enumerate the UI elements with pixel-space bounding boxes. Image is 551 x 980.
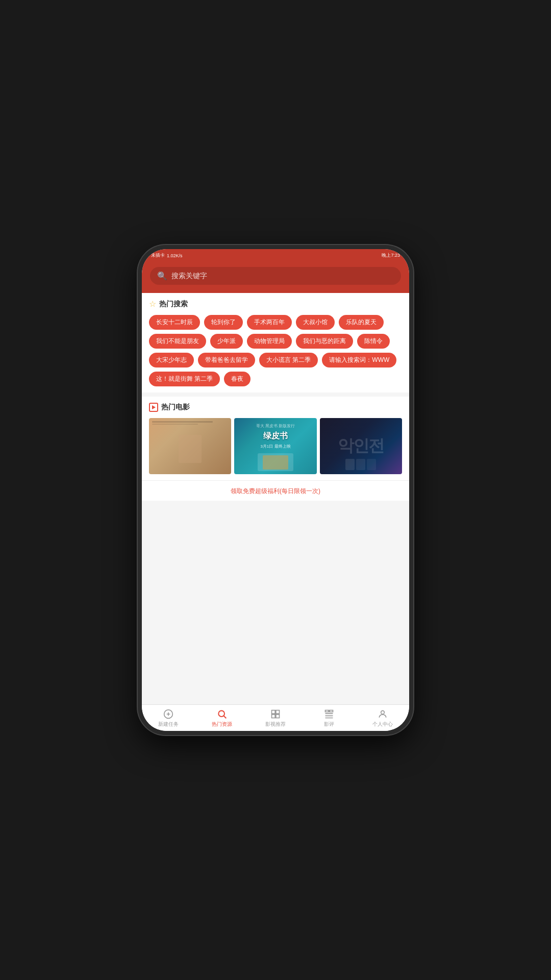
phone-screen: 未插卡 1.02K/s 晚上7:23 🔍 搜索关键字 ☆ 热门搜索 bbox=[142, 249, 409, 731]
nav-item-hot-resources[interactable]: 热门资源 bbox=[195, 705, 249, 731]
play-triangle bbox=[152, 405, 156, 409]
main-content: ☆ 热门搜索 长安十二时辰轮到你了手术两百年大叔小馆乐队的夏天我们不能是朋友少年… bbox=[142, 293, 409, 704]
nav-icon-new-task bbox=[163, 709, 173, 719]
promo-text: 领取免费超级福利(每日限领一次) bbox=[231, 487, 320, 495]
hot-search-tag-2[interactable]: 手术两百年 bbox=[247, 315, 292, 330]
nav-item-movie-recommend[interactable]: 影视推荐 bbox=[249, 705, 303, 731]
svg-rect-9 bbox=[325, 710, 329, 712]
star-icon: ☆ bbox=[149, 299, 156, 309]
nav-label-hot-resources: 热门资源 bbox=[212, 721, 232, 728]
hot-search-tag-1[interactable]: 轮到你了 bbox=[204, 315, 243, 330]
nav-item-profile[interactable]: 个人中心 bbox=[356, 705, 409, 731]
nav-item-new-task[interactable]: 新建任务 bbox=[142, 705, 195, 731]
hot-movies-section: 热门电影 哥大 黑皮书 新版发行 bbox=[142, 397, 409, 480]
movie-1-overlay bbox=[149, 418, 231, 474]
svg-point-3 bbox=[219, 710, 225, 717]
status-left: 未插卡 1.02K/s bbox=[151, 252, 183, 259]
hot-search-tag-0[interactable]: 长安十二时辰 bbox=[149, 315, 200, 330]
movie-card-1[interactable] bbox=[149, 418, 231, 474]
nav-label-movie-review: 影评 bbox=[324, 721, 334, 728]
nav-label-profile: 个人中心 bbox=[372, 721, 393, 728]
svg-rect-8 bbox=[276, 715, 280, 718]
svg-rect-5 bbox=[271, 710, 275, 714]
movie-card-3[interactable]: 악인전 bbox=[320, 418, 402, 474]
svg-rect-7 bbox=[271, 715, 275, 718]
hot-search-tag-9[interactable]: 陈情令 bbox=[357, 334, 390, 349]
hot-search-tag-11[interactable]: 带着爸爸去留学 bbox=[198, 353, 255, 368]
phone-frame: 未插卡 1.02K/s 晚上7:23 🔍 搜索关键字 ☆ 热门搜索 bbox=[138, 245, 413, 735]
status-time: 晚上7:23 bbox=[382, 252, 400, 259]
status-speed: 1.02K/s bbox=[167, 253, 183, 258]
svg-line-4 bbox=[224, 716, 227, 719]
nav-label-new-task: 新建任务 bbox=[158, 721, 179, 728]
nav-icon-hot-resources bbox=[217, 709, 227, 719]
hot-search-tag-10[interactable]: 大宋少年志 bbox=[149, 353, 194, 368]
movie-2-overlay: 哥大 黑皮书 新版发行 绿皮书 3月1日 最终上映 bbox=[234, 418, 316, 474]
hot-search-tag-15[interactable]: 春夜 bbox=[224, 372, 251, 386]
hot-search-tag-7[interactable]: 动物管理局 bbox=[247, 334, 292, 349]
movie-2-title: 绿皮书 bbox=[263, 431, 288, 442]
status-right: 晚上7:23 bbox=[382, 252, 400, 259]
nav-icon-movie-recommend bbox=[270, 709, 281, 719]
hot-search-tag-5[interactable]: 我们不能是朋友 bbox=[149, 334, 206, 349]
tags-container: 长安十二时辰轮到你了手术两百年大叔小馆乐队的夏天我们不能是朋友少年派动物管理局我… bbox=[149, 315, 402, 386]
search-header: 🔍 搜索关键字 bbox=[142, 262, 409, 293]
search-bar[interactable]: 🔍 搜索关键字 bbox=[150, 267, 401, 285]
promo-banner[interactable]: 领取免费超级福利(每日限领一次) bbox=[142, 480, 409, 501]
search-placeholder-text: 搜索关键字 bbox=[171, 272, 207, 281]
hot-search-tag-6[interactable]: 少年派 bbox=[210, 334, 243, 349]
hot-search-tag-13[interactable]: 请输入搜索词：WWW bbox=[322, 353, 396, 368]
movie-3-overlay: 악인전 bbox=[320, 418, 402, 474]
movies-header: 热门电影 bbox=[149, 403, 402, 412]
hot-search-title: 热门搜索 bbox=[159, 300, 188, 309]
movie-3-title: 악인전 bbox=[338, 435, 384, 457]
hot-search-tag-14[interactable]: 这！就是街舞 第二季 bbox=[149, 372, 220, 386]
movie-card-2[interactable]: 哥大 黑皮书 新版发行 绿皮书 3月1日 最终上映 bbox=[234, 418, 316, 474]
movies-grid: 哥大 黑皮书 新版发行 绿皮书 3月1日 最终上映 악인전 bbox=[149, 418, 402, 474]
svg-rect-10 bbox=[330, 710, 333, 712]
nav-icon-profile bbox=[378, 709, 388, 719]
status-bar: 未插卡 1.02K/s 晚上7:23 bbox=[142, 249, 409, 262]
nav-item-movie-review[interactable]: 影评 bbox=[302, 705, 356, 731]
svg-point-14 bbox=[381, 710, 384, 714]
movie-2-subtitle: 3月1日 最终上映 bbox=[260, 444, 290, 449]
play-icon bbox=[149, 403, 158, 412]
hot-search-tag-4[interactable]: 乐队的夏天 bbox=[339, 315, 384, 330]
hot-search-tag-8[interactable]: 我们与恶的距离 bbox=[296, 334, 353, 349]
nav-label-movie-recommend: 影视推荐 bbox=[265, 721, 286, 728]
status-carrier: 未插卡 bbox=[151, 252, 165, 259]
nav-icon-movie-review bbox=[324, 709, 334, 719]
search-icon: 🔍 bbox=[157, 271, 167, 281]
hot-search-header: ☆ 热门搜索 bbox=[149, 299, 402, 309]
hot-search-tag-3[interactable]: 大叔小馆 bbox=[296, 315, 335, 330]
hot-movies-title: 热门电影 bbox=[161, 403, 190, 412]
bottom-nav: 新建任务 热门资源 bbox=[142, 704, 409, 731]
svg-rect-6 bbox=[276, 710, 280, 714]
hot-search-tag-12[interactable]: 大小谎言 第二季 bbox=[259, 353, 318, 368]
hot-search-section: ☆ 热门搜索 长安十二时辰轮到你了手术两百年大叔小馆乐队的夏天我们不能是朋友少年… bbox=[142, 293, 409, 393]
